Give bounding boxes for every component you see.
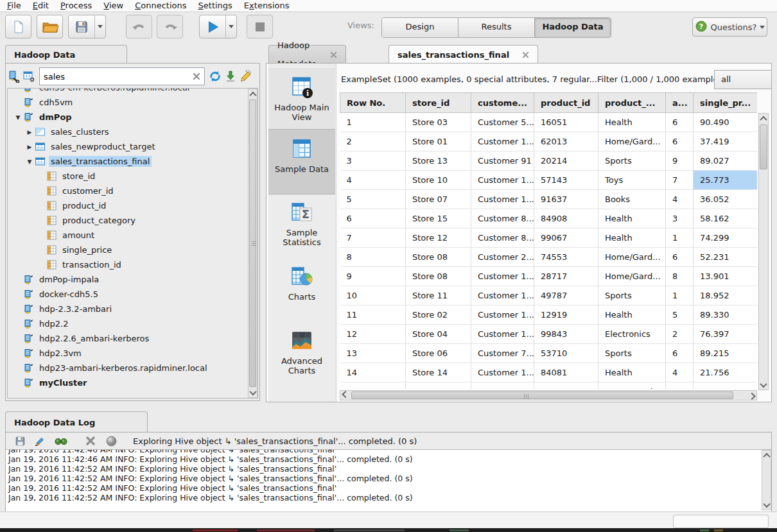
expand-icon[interactable]: ▶	[24, 144, 35, 150]
tree-item-mycluster[interactable]: myCluster	[8, 375, 245, 390]
tree-item-docker-cdh5-5[interactable]: docker-cdh5.5	[8, 287, 245, 302]
table-cell[interactable]: 6	[340, 209, 406, 228]
table-cell[interactable]: 4	[666, 190, 694, 209]
table-cell[interactable]: 10	[340, 286, 406, 305]
column-header[interactable]: a...	[666, 93, 694, 113]
table-cell[interactable]: 16051	[534, 113, 598, 132]
search-log-button[interactable]	[53, 433, 69, 449]
table-cell[interactable]: Store 13	[406, 151, 471, 171]
table-cell[interactable]: Health	[598, 209, 666, 228]
tree-item-cdh55-cm-kerberos-rapidminer-local[interactable]: cdh55-cm-kerberos.rapidminer.local	[8, 88, 245, 95]
table-cell[interactable]: 18.952	[694, 286, 758, 305]
close-tab-icon[interactable]	[330, 51, 337, 58]
table-cell[interactable]: 89.215	[694, 344, 758, 363]
table-cell[interactable]: Store 12	[406, 228, 471, 248]
table-cell[interactable]: 53710	[534, 344, 598, 363]
table-cell[interactable]: Store 07	[406, 190, 471, 209]
table-cell[interactable]: Customer 1...	[471, 267, 534, 286]
table-cell[interactable]: Customer 91	[471, 151, 534, 171]
tree-item-cdh5vm[interactable]: cdh5vm	[8, 95, 245, 110]
table-cell[interactable]: Customer 8...	[471, 228, 534, 248]
table-cell[interactable]: Sports	[598, 344, 666, 363]
column-header[interactable]: custome...	[471, 93, 534, 113]
table-cell[interactable]: 6	[666, 248, 694, 267]
tree-item-amount[interactable]: amount	[8, 228, 245, 243]
marker-button[interactable]	[103, 433, 119, 449]
result-view-sample-statistics[interactable]: ΣSample Statistics	[268, 193, 335, 257]
table-cell[interactable]: Home/Gard...	[598, 267, 666, 286]
table-cell[interactable]: Store 08	[406, 382, 471, 390]
table-cell[interactable]: Customer 1...	[471, 286, 534, 305]
refresh-button[interactable]	[207, 69, 223, 84]
table-cell[interactable]: Customer 1...	[471, 363, 534, 382]
close-tab-icon[interactable]	[522, 51, 529, 58]
edit-button[interactable]	[238, 69, 254, 84]
tree-item-transaction-id[interactable]: transaction_id	[8, 257, 245, 272]
table-cell[interactable]: 6	[666, 344, 694, 363]
table-cell[interactable]: 89.027	[694, 151, 758, 171]
tab-sales-transactions-final[interactable]: sales_transactions_final	[388, 45, 538, 64]
tree-item-customer-id[interactable]: customer_id	[8, 184, 245, 198]
expand-icon[interactable]: ▶	[24, 129, 35, 135]
table-cell[interactable]: 76.397	[694, 325, 758, 344]
table-cell[interactable]: Toys	[598, 171, 666, 190]
horizontal-splitter[interactable]	[0, 402, 777, 411]
table-cell[interactable]: Store 14	[406, 363, 471, 382]
table-cell[interactable]: Health	[598, 363, 666, 382]
table-cell[interactable]: Customer 1...	[471, 132, 534, 151]
table-vscrollbar[interactable]	[758, 113, 769, 390]
table-cell[interactable]: 7	[340, 228, 406, 248]
table-cell[interactable]: Store 06	[406, 344, 471, 363]
scroll-left-icon[interactable]	[340, 391, 350, 400]
save-button[interactable]	[69, 15, 95, 38]
table-cell[interactable]: 21.756	[694, 363, 758, 382]
tree-item-hdp2-2-6-ambari-kerberos[interactable]: hdp2.2.6_ambari-kerberos	[8, 331, 245, 346]
table-cell[interactable]: Store 08	[406, 267, 471, 286]
download-button[interactable]	[223, 69, 238, 84]
scroll-up-icon[interactable]	[759, 114, 768, 123]
table-cell[interactable]: 4	[666, 363, 694, 382]
tree-item-sales-newproduct-target[interactable]: ▶sales_newproduct_target	[8, 139, 245, 154]
column-header[interactable]: Row No.	[340, 93, 406, 113]
table-cell[interactable]: 3	[666, 382, 694, 390]
tree-item-hdp2-3vm[interactable]: hdp2.3vm	[8, 346, 245, 361]
run-dropdown-button[interactable]	[226, 15, 236, 38]
table-cell[interactable]: 5	[340, 190, 406, 209]
column-header[interactable]: single_pr...	[694, 93, 758, 113]
table-cell[interactable]: Customer 1...	[471, 325, 534, 344]
tree-item-hdp-2-3-2-ambari[interactable]: hdp-2.3.2-ambari	[8, 302, 245, 316]
table-cell[interactable]: Customer 1...	[471, 190, 534, 209]
table-cell[interactable]: 74553	[534, 248, 598, 267]
tree-scrollbar[interactable]	[248, 89, 258, 398]
menu-extensions[interactable]: Extensions	[238, 0, 295, 11]
table-cell[interactable]: 15	[340, 382, 406, 390]
view-button-results[interactable]: Results	[458, 18, 535, 37]
menu-file[interactable]: File	[1, 0, 27, 11]
table-cell[interactable]: 7	[666, 171, 694, 190]
tree-item-hdp2-2[interactable]: hdp2.2	[8, 316, 245, 331]
clear-log-button[interactable]	[33, 433, 48, 449]
collapse-icon[interactable]: ▼	[24, 159, 35, 165]
table-cell[interactable]: Sports	[598, 286, 666, 305]
tree-item-product-category[interactable]: product_category	[8, 213, 245, 228]
stop-button[interactable]	[247, 15, 273, 39]
table-cell[interactable]: Store 01	[406, 132, 471, 151]
table-cell[interactable]: Customer 2...	[471, 248, 534, 267]
table-cell[interactable]: 6	[666, 132, 694, 151]
tab-hadoop-metadata[interactable]: Hadoop Metadata	[268, 45, 346, 64]
table-cell[interactable]: Customer 7...	[471, 344, 534, 363]
table-cell[interactable]: 4	[340, 171, 406, 190]
scroll-down-icon[interactable]	[759, 380, 768, 390]
table-cell[interactable]: Customer 8...	[471, 209, 534, 228]
table-cell[interactable]: Customer 1...	[471, 171, 534, 190]
table-cell[interactable]: 1	[340, 113, 406, 132]
collapse-icon[interactable]: ▼	[13, 114, 23, 121]
scroll-up-icon[interactable]	[762, 450, 771, 460]
table-cell[interactable]: 6	[666, 113, 694, 132]
table-cell[interactable]: 1	[666, 286, 694, 305]
table-cell[interactable]: 99843	[534, 325, 598, 344]
menu-connections[interactable]: Connections	[129, 0, 192, 11]
table-cell[interactable]: 49787	[534, 286, 598, 305]
clear-search-icon[interactable]	[189, 69, 204, 84]
table-cell[interactable]: 52.231	[694, 248, 758, 267]
